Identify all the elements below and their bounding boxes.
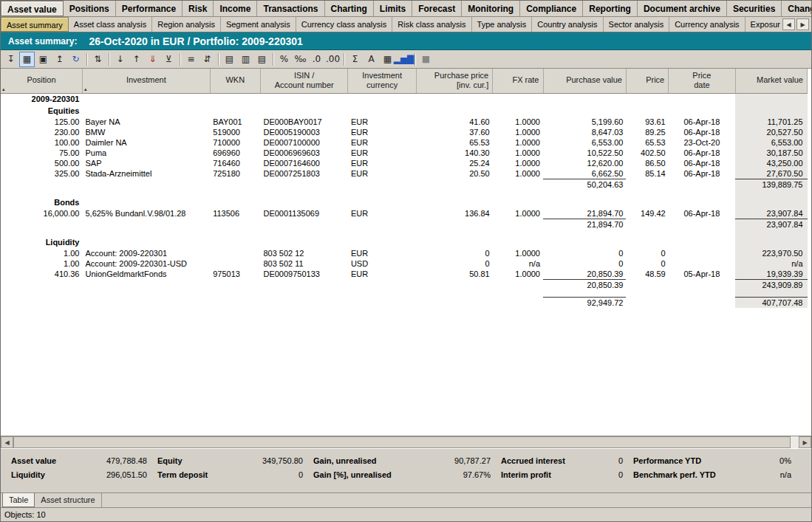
summary-label-performance-ytd: Performance YTD xyxy=(633,456,743,465)
summary-label-equity: Equity xyxy=(157,456,228,465)
main-tab-limits[interactable]: Limits xyxy=(374,1,412,16)
sort-ascending-icon[interactable]: ↓ xyxy=(112,52,128,67)
main-tab-charting[interactable]: Charting xyxy=(325,1,374,16)
refresh-icon[interactable]: ↻ xyxy=(68,52,83,67)
sub-tab-segment-analysis[interactable]: Segment analysis xyxy=(221,17,296,32)
main-tab-performance[interactable]: Performance xyxy=(116,1,182,16)
main-tab-forecast[interactable]: Forecast xyxy=(412,1,462,16)
table-chart-toggle-icon[interactable]: ▦ xyxy=(19,52,35,67)
table-row[interactable]: 500.00SAP716460DE0007164600EUR25.241.000… xyxy=(1,158,808,168)
main-tab-transactions[interactable]: Transactions xyxy=(257,1,324,16)
summary-label-accrued-interest: Accrued interest xyxy=(501,456,577,465)
download-icon[interactable]: ⇓ xyxy=(145,52,160,67)
summary-row-2: Liquidity296,051.50Term deposit0Gain [%]… xyxy=(11,470,811,479)
scrollbar-track[interactable] xyxy=(13,436,799,448)
main-tab-compliance[interactable]: Compliance xyxy=(520,1,583,16)
main-tab-asset-value[interactable]: Asset value xyxy=(1,1,64,16)
remove-decimal-icon[interactable]: .00 xyxy=(325,52,341,67)
table-row[interactable]: 1.00Account: 2009-220301-USD803 502 11US… xyxy=(1,258,808,269)
font-icon[interactable]: A xyxy=(364,52,379,67)
tree-icon[interactable]: ⇵ xyxy=(199,52,215,67)
sub-tab-type-analysis[interactable]: Type analysis xyxy=(472,17,533,32)
table-row[interactable]: 410.36UnionGeldmarktFonds975013DE0009750… xyxy=(1,269,808,280)
toolbar-separator xyxy=(273,53,273,66)
column-header-purchase-value[interactable]: Purchase value xyxy=(543,69,626,93)
list-icon[interactable]: ≡ xyxy=(183,52,199,67)
main-tab-income[interactable]: Income xyxy=(214,1,257,16)
table-row[interactable]: 75.00Puma696960DE0006969603EUR140.301.00… xyxy=(1,148,808,158)
main-tab-risk[interactable]: Risk xyxy=(182,1,214,16)
stop-icon[interactable]: ■ xyxy=(418,52,434,67)
group-label: 2009-220301 xyxy=(1,93,82,105)
column-header-investment[interactable]: Investment▴ xyxy=(82,69,210,93)
table-row[interactable]: 16,000.005,625% Bundanl.V.98/01.28113506… xyxy=(1,208,808,219)
sum-icon[interactable]: Σ xyxy=(347,52,363,67)
main-tab-bar: Asset valuePositionsPerformanceRiskIncom… xyxy=(1,1,811,17)
sub-tabs-scroll-right-button[interactable]: ▶ xyxy=(796,18,809,30)
section-row[interactable]: Bonds xyxy=(1,196,808,208)
permille-icon[interactable]: ‰ xyxy=(293,52,308,67)
sub-tab-country-analysis[interactable]: Country analysis xyxy=(532,17,603,32)
main-tab-change-tracking[interactable]: Change tracking xyxy=(782,1,812,16)
filter-sort-icon[interactable]: ⇅ xyxy=(90,52,106,67)
sort-indicator-icon: ▴ xyxy=(84,86,87,93)
sub-tab-asset-class-analysis[interactable]: Asset class analysis xyxy=(69,17,152,32)
column-header-isin-account-number[interactable]: ISIN /Account number xyxy=(260,69,347,93)
send-icon[interactable]: ↥ xyxy=(52,52,67,67)
sub-tab-asset-summary[interactable]: Asset summary xyxy=(1,17,69,32)
column-header-market-value[interactable]: Market value xyxy=(735,69,807,93)
sub-tab-currency-class-analysis[interactable]: Currency class analysis xyxy=(296,17,393,32)
main-tab-securities[interactable]: Securities xyxy=(727,1,782,16)
table-row[interactable]: 100.00Daimler NA710000DE0007100000EUR65.… xyxy=(1,137,808,148)
sub-tab-region-analysis[interactable]: Region analysis xyxy=(152,17,221,32)
percent-icon[interactable]: % xyxy=(276,52,292,67)
copy-icon[interactable]: ▣ xyxy=(35,52,51,67)
view-header: Asset summary: 26-Oct-2020 in EUR / Port… xyxy=(1,32,811,50)
table-row[interactable]: 125.00Bayer NABAY001DE000BAY0017EUR41.60… xyxy=(1,117,808,127)
column-header-purchase-price-inv-cur[interactable]: Purchase price[inv. cur.] xyxy=(416,69,492,93)
align-left-icon[interactable]: ▤ xyxy=(222,52,237,67)
column-header-wkn[interactable]: WKN xyxy=(210,69,260,93)
sort-indicator-icon: ▴ xyxy=(2,86,5,93)
sub-tab-currency-analysis[interactable]: Currency analysis xyxy=(669,17,745,32)
summary-value-accrued-interest: 0 xyxy=(587,456,623,465)
view-title-prefix: Asset summary: xyxy=(8,36,77,47)
bottom-tab-table[interactable]: Table xyxy=(2,493,35,507)
toolbar-separator xyxy=(344,53,344,66)
table-row[interactable]: 230.00BMW519000DE0005190003EUR37.601.000… xyxy=(1,127,808,137)
table-row[interactable]: 325.00Stada-Arzneimittel725180DE00072518… xyxy=(1,168,808,179)
main-tab-document-archive[interactable]: Document archive xyxy=(638,1,727,16)
scrollbar-thumb[interactable] xyxy=(13,436,791,448)
scroll-left-icon[interactable]: ◀ xyxy=(1,436,13,448)
subtotal-icon[interactable]: ⊻ xyxy=(161,52,177,67)
main-tab-monitoring[interactable]: Monitoring xyxy=(462,1,520,16)
scroll-right-icon[interactable]: ▶ xyxy=(799,436,811,448)
summary-value-gain-unrealised: 97.67% xyxy=(418,470,491,479)
export-icon[interactable]: ↧ xyxy=(3,52,18,67)
table-row[interactable]: 1.00Account: 2009-220301803 502 12EUR01.… xyxy=(1,248,808,258)
table-header-row: Position▴Investment▴WKNISIN /Account num… xyxy=(1,69,808,93)
column-header-price[interactable]: Price xyxy=(626,69,668,93)
sort-descending-icon[interactable]: ↑ xyxy=(129,52,144,67)
column-header-fx-rate[interactable]: FX rate xyxy=(493,69,543,93)
column-header-investment-currency[interactable]: Investmentcurrency xyxy=(348,69,416,93)
spacer-row xyxy=(1,290,808,297)
horizontal-scrollbar[interactable]: ◀ ▶ xyxy=(1,436,811,448)
align-center-icon[interactable]: ▥ xyxy=(238,52,253,67)
sub-tab-sector-analysis[interactable]: Sector analysis xyxy=(604,17,670,32)
column-header-position[interactable]: Position▴ xyxy=(1,69,82,93)
summary-value-gain-unrealised: 90,787.27 xyxy=(418,456,491,465)
sub-tab-exposure-analysis[interactable]: Exposure analysis xyxy=(746,17,780,32)
main-tab-positions[interactable]: Positions xyxy=(64,1,116,16)
bottom-tab-asset-structure[interactable]: Asset structure xyxy=(35,493,101,507)
sub-tabs-scroll-left-button[interactable]: ◀ xyxy=(782,18,795,30)
align-right-icon[interactable]: ▤ xyxy=(254,52,270,67)
group-row[interactable]: 2009-220301 xyxy=(1,93,808,105)
column-header-price-date[interactable]: Pricedate xyxy=(669,69,735,93)
section-row[interactable]: Liquidity xyxy=(1,236,808,248)
main-tab-reporting[interactable]: Reporting xyxy=(583,1,638,16)
sub-tab-risk-class-analysis[interactable]: Risk class analysis xyxy=(392,17,471,32)
section-row[interactable]: Equities xyxy=(1,105,808,117)
add-decimal-icon[interactable]: .0 xyxy=(309,52,324,67)
chart-icon[interactable]: ▂▅▇ xyxy=(396,52,412,67)
